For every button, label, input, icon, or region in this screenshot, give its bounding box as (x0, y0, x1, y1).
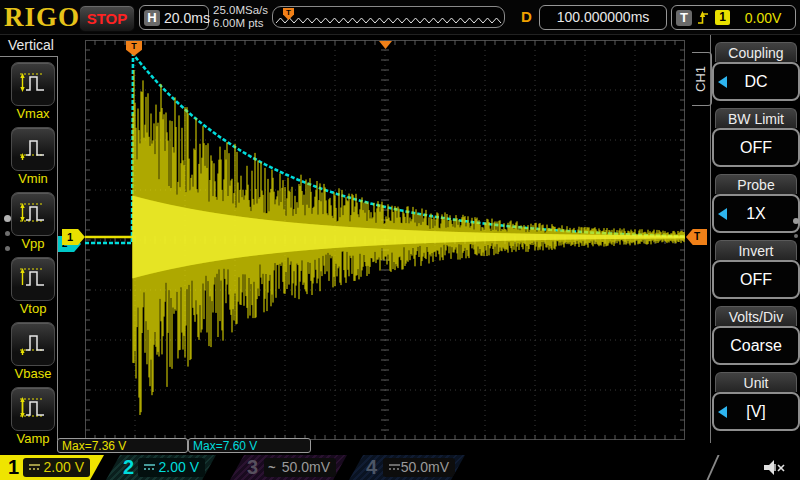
invert-value-button[interactable]: OFF (712, 260, 800, 299)
menu-page-dot (5, 246, 10, 251)
menu-arrow-icon (718, 76, 727, 88)
vmax-button[interactable] (11, 62, 55, 106)
vpp-icon (17, 200, 47, 226)
bwlimit-title: BW Limit (715, 108, 797, 128)
trigger-label: T (676, 10, 692, 26)
menu-arrow-icon (718, 406, 727, 418)
vtop-label: Vtop (0, 301, 66, 316)
coupling-title: Coupling (715, 42, 797, 62)
voltsdiv-value: Coarse (730, 337, 782, 354)
vtop-icon (17, 265, 47, 291)
coupling-value-button[interactable]: DC (712, 62, 800, 101)
measurement-ch1-max: Max=7.36 V (57, 438, 188, 453)
horizontal-label: H (144, 10, 160, 26)
delay-value-box[interactable]: 100.000000ms (539, 5, 667, 30)
waveform-display (85, 40, 685, 440)
horizontal-scale-box[interactable]: H 20.0ms (139, 5, 209, 30)
coupling-value: DC (744, 73, 767, 90)
menu-group-unit: Unit [V] (712, 372, 800, 431)
menu-group-probe: Probe 1X (712, 174, 800, 233)
dc-coupling-icon (143, 462, 156, 473)
vmin-icon (17, 135, 47, 161)
vamp-icon (17, 395, 47, 421)
menu-group-coupling: Coupling DC (712, 42, 800, 101)
probe-value-button[interactable]: 1X (712, 194, 800, 233)
channel-status-bar: 1 2.00 V 2 2.00 V 3 ~ (0, 455, 800, 480)
channel-menu-tab: CH1 (692, 52, 712, 106)
channel1-scale-box: 2.00 V (23, 458, 90, 477)
menu-page-dot (5, 231, 10, 236)
measurement-ch2-max: Max=7.60 V (188, 438, 311, 453)
dc-coupling-icon (28, 462, 41, 473)
run-stop-status[interactable]: STOP (79, 5, 135, 32)
vmax-label: Vmax (0, 106, 66, 121)
unit-title: Unit (715, 372, 797, 392)
vmin-label: Vmin (0, 171, 66, 186)
dc-coupling-icon (388, 462, 401, 473)
channel3-scale: 50.0mV (282, 458, 330, 477)
graticule-and-traces (85, 40, 685, 440)
left-menu-title: Vertical (8, 37, 54, 53)
delay-label: D (521, 8, 532, 25)
speaker-muted-icon[interactable] (762, 458, 788, 478)
voltsdiv-title: Volts/Div (715, 306, 797, 326)
sample-rate: 25.0MSa/s (213, 4, 268, 17)
vbase-button[interactable] (11, 322, 55, 366)
bottom-bar-divider (706, 455, 729, 480)
oscilloscope-screen: RIGOL STOP H 20.0ms 25.0MSa/s 6.00M pts … (0, 0, 800, 480)
probe-value: 1X (746, 205, 766, 222)
invert-value: OFF (740, 271, 772, 288)
menu-group-voltsdiv: Volts/Div Coarse (712, 306, 800, 365)
channel3-badge[interactable]: 3 ~ 50.0mV (230, 455, 347, 480)
bwlimit-value: OFF (740, 139, 772, 156)
menu-page-dot (793, 218, 799, 224)
voltsdiv-value-button[interactable]: Coarse (712, 326, 800, 365)
unit-value-button[interactable]: [V] (712, 392, 800, 431)
channel1-scale: 2.00 V (44, 458, 84, 477)
channel4-number: 4 (366, 455, 377, 480)
vbase-label: Vbase (0, 366, 66, 381)
channel4-scale-box: 50.0mV (383, 458, 455, 477)
left-menu-divider (0, 56, 57, 57)
trigger-level-value: 0.00V (734, 6, 792, 30)
menu-group-bwlimit: BW Limit OFF (712, 108, 800, 167)
trigger-status-box[interactable]: T 1 0.00V (671, 5, 796, 30)
channel2-scale-box: 2.00 V (138, 458, 205, 477)
vpp-button[interactable] (11, 192, 55, 236)
invert-title: Invert (715, 240, 797, 260)
menu-arrow-icon (718, 208, 727, 220)
vamp-button[interactable] (11, 387, 55, 431)
rising-edge-icon (697, 10, 710, 26)
vmin-button[interactable] (11, 127, 55, 171)
bwlimit-value-button[interactable]: OFF (712, 128, 800, 167)
channel2-scale: 2.00 V (159, 458, 199, 477)
horizontal-scale-value: 20.0ms (164, 6, 208, 30)
top-status-bar: RIGOL STOP H 20.0ms 25.0MSa/s 6.00M pts … (0, 0, 800, 35)
vtop-button[interactable] (11, 257, 55, 301)
channel3-number: 3 (247, 455, 258, 480)
probe-title: Probe (715, 174, 797, 194)
vbase-icon (17, 330, 47, 356)
memory-waveform-icon (275, 7, 502, 27)
trigger-source-badge: 1 (715, 10, 730, 25)
menu-page-dot (4, 215, 11, 222)
channel2-badge[interactable]: 2 2.00 V (106, 455, 216, 480)
memory-depth: 6.00M pts (213, 17, 268, 30)
unit-value: [V] (746, 403, 766, 420)
timebase-position-widget[interactable]: T (272, 6, 505, 28)
channel4-scale: 50.0mV (401, 458, 449, 477)
menu-group-invert: Invert OFF (712, 240, 800, 299)
ac-coupling-icon: ~ (268, 458, 276, 477)
channel1-number: 1 (8, 455, 19, 480)
channel4-badge[interactable]: 4 50.0mV (349, 455, 465, 480)
acquisition-info: 25.0MSa/s 6.00M pts (213, 4, 268, 30)
channel3-scale-box: ~ 50.0mV (264, 458, 336, 477)
vmax-icon (17, 70, 47, 96)
channel1-badge[interactable]: 1 2.00 V (0, 455, 104, 480)
menu-page-dot (794, 234, 798, 238)
channel2-number: 2 (123, 455, 134, 480)
